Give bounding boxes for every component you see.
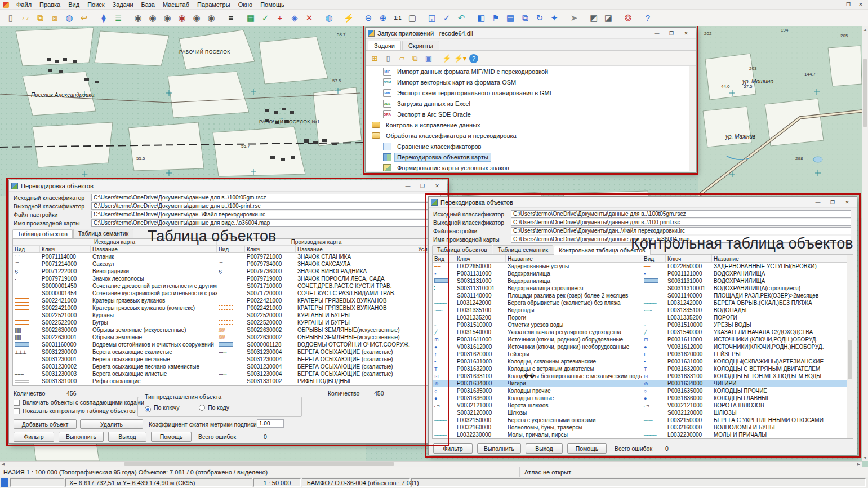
horizontal-scrollbar[interactable]: ◀ ▶ [0,461,862,467]
table-row[interactable]: S00311310001Водохранилища строящиесяS003… [433,285,853,292]
table-row[interactable]: ━ ━L0022650000Задернованные уступы━ ━L00… [433,263,853,270]
map-refresh-icon[interactable]: ↻ [533,11,546,25]
palette-icon[interactable]: ❂ [621,11,635,25]
exit-button[interactable]: Выход [108,432,146,442]
menu-item[interactable]: Параметры [193,1,234,8]
launcher-item[interactable]: ORAЭкспорт в Arc SDE Oracle [366,109,689,119]
table-row[interactable]: S0031131000ВодохранилищаS0031131000ВОДОХ… [433,277,853,285]
help-button[interactable]: Помощь [567,443,607,454]
table-row[interactable]: S0022421000Кратеры грязевых вулкановP002… [13,297,443,304]
database-icon[interactable]: ≣ [112,11,125,25]
menu-item[interactable]: Задачи [109,1,137,8]
delete-object-button[interactable]: Удалить [80,419,143,429]
status-scale[interactable]: 1 : 50 000 [253,478,301,487]
view-3d-icon[interactable]: ◩ [587,11,600,25]
save-icon[interactable]: ▣ [422,52,435,65]
pointer-icon[interactable]: ➤ [567,11,581,25]
tab-tasks[interactable]: Задачи [368,41,401,50]
launcher-titlebar[interactable]: Запуск приложений - recode64.dll —❐✕ [366,28,696,39]
task-check-icon[interactable]: ✓ [259,11,272,25]
recode-right-field-input[interactable] [511,210,851,218]
checkbox-matching-codes[interactable]: Включать объекты с совпадающими кодами [14,399,144,406]
table-row[interactable]: S0000001454Сочетание кустарниковой расти… [13,290,443,297]
table-row[interactable]: S0031140000Площади разлива рек (озер) бо… [433,292,853,299]
maximize-button[interactable]: ❐ [842,0,854,8]
checkbox-control-table[interactable]: Показать контрольную таблицу объектов [14,407,136,414]
minimize-button[interactable]: — [400,181,415,190]
table-row[interactable]: ────L0032230000Молы, причалы, пирсы────L… [433,431,853,438]
tab-1[interactable]: Таблица семантик [73,229,133,238]
new-map-icon[interactable]: ▯ [4,11,17,25]
scale-1-1-icon[interactable]: 1:1 [391,11,404,25]
launcher-scrollbar[interactable] [689,66,695,171]
minimize-button[interactable]: — [811,197,825,207]
recode-right-field-input[interactable] [511,219,851,226]
column-header[interactable]: Вид [642,255,666,262]
column-header[interactable]: Ключ [245,246,296,252]
search-remove-icon[interactable]: ◉ [175,11,189,25]
object-list-icon[interactable]: ≡ [224,11,238,25]
table-row[interactable]: ╱L0031540000Указатели начала регулярного… [433,329,853,336]
map-table-icon[interactable]: ▤ [504,11,517,25]
radio-by-code[interactable]: По коду [199,404,229,411]
table-row[interactable]: ────L0032160000Волноломы, буны, траверсы… [433,424,853,431]
menu-item[interactable]: Вид [64,1,83,8]
close-button[interactable]: ✕ [679,28,693,38]
close-button[interactable]: ✕ [840,197,854,207]
table-row[interactable]: S0022521000КурганыS0022520000КУРГАНЫ И Б… [13,312,443,319]
map-editor-icon[interactable]: ▦ [244,11,257,25]
scroll-right-icon[interactable]: ▶ [856,462,862,467]
tab-1[interactable]: Таблица семантик [493,245,553,254]
column-header[interactable]: Название [296,246,416,252]
table-row[interactable]: S0031160000Водоемы отстойников и очистны… [13,341,443,348]
table-row[interactable]: ŞP0071222000ВиноградникиŞP0079736000ЗНАЧ… [13,268,443,275]
exit-button[interactable]: Выход [526,443,563,454]
minimize-button[interactable]: — [649,28,664,38]
table-row[interactable]: S0000001450Сочетание древесной раститель… [13,282,443,290]
run-button[interactable]: Выполнить [477,443,521,454]
recode-right-table-scrollbar[interactable] [847,255,853,438]
menu-item[interactable]: Помощь [256,1,288,8]
table-row[interactable]: ⊛P0031634000Чигири⊛P0031634000ЧИГИРИ [433,380,853,387]
table-row[interactable]: ŦP0031632000Колодцы с ветряным двигателе… [433,365,853,372]
maximize-button[interactable]: ❐ [664,28,679,38]
close-button[interactable]: ✕ [854,0,867,8]
new-file-icon[interactable]: ▯ [382,52,394,65]
filter-button[interactable]: Фильтр [14,432,54,442]
table-row[interactable]: – – –S0031230003Берега осыхающие илистые… [13,370,443,378]
table-row[interactable]: ○P0031635000Колодцы прочие○P0031635000КО… [433,387,853,394]
help-icon[interactable]: ? [469,54,478,63]
radio-by-key[interactable]: По ключу [145,404,180,412]
open-map-icon[interactable]: ▱ [19,11,32,25]
open-group-icon[interactable]: ⧉ [33,11,47,25]
search-object-icon[interactable]: ◉ [146,11,159,25]
table-row[interactable]: ·P0079719100Значок лесополосыP0079719000… [13,275,443,282]
table-row[interactable]: S0031331000Рифы осыхающиеS0031331002РИФЫ… [13,378,443,385]
recode-left-field-input[interactable] [91,194,441,201]
geoportal-icon[interactable]: ◍ [322,11,336,25]
undo-icon[interactable]: ↶ [455,11,468,25]
run-applications-icon[interactable]: ⚡ [342,11,355,25]
table-row[interactable]: ·······L0031335100Водопады·······L003133… [433,307,853,314]
zoom-in-icon[interactable]: ⊕ [376,11,390,25]
map-copy-icon[interactable]: ⧉ [518,11,532,25]
add-object-button[interactable]: Добавить объект [14,419,77,429]
search-icon[interactable]: ◉ [131,11,145,25]
add-object-icon[interactable]: + [273,11,287,25]
menu-item[interactable]: Файл [12,1,35,8]
menu-item[interactable]: Правка [35,1,64,8]
search-list-icon[interactable]: ◉ [204,11,218,25]
table-row[interactable]: · · ·S0031230002Берега осыхающие песчано… [13,363,443,370]
select-frame-icon[interactable]: ◱ [425,11,439,25]
table-row[interactable]: ⊞P0031611000Источники (ключи, родники) о… [433,336,853,343]
open-icon[interactable]: ▱ [395,52,408,65]
menu-item[interactable]: Поиск [83,1,108,8]
launcher-item[interactable]: XLSЗагрузка данных из Excel [366,98,689,109]
column-header[interactable]: Название [712,255,848,262]
open-folder-map-icon[interactable]: ⧈ [48,11,61,25]
table-row[interactable]: ●P0031636000Колодцы главные●P0031636000К… [433,394,853,402]
run-task-icon[interactable]: ⚡ [440,52,453,65]
table-row[interactable]: ||||||||S0022630001Обрывы земляные//////… [13,334,443,341]
table-row[interactable]: S0032120000ШлюзыS0032120000ШЛЮЗЫ [433,409,853,416]
table-row[interactable]: ⊥⊥⊥S0031230000Берега осыхающие скалистые… [13,348,443,356]
